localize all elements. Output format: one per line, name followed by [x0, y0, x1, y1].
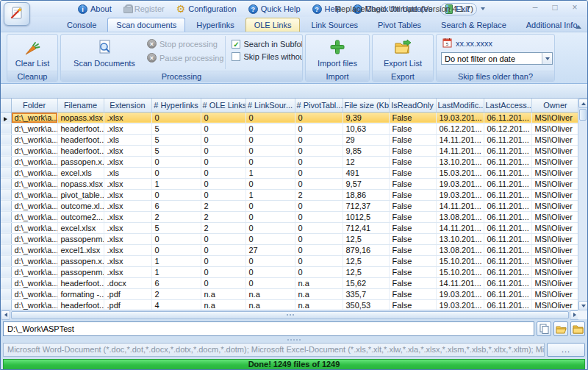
grid-cell[interactable]: 15.10.201... — [436, 266, 484, 277]
grid-cell[interactable]: .xlsx — [104, 200, 151, 211]
grid-cell[interactable]: 13.10.201... — [436, 156, 484, 167]
grid-cell[interactable]: 06.11.201... — [484, 288, 531, 299]
grid-cell[interactable]: 0 — [295, 145, 343, 156]
grid-cell[interactable]: 0 — [295, 266, 343, 277]
grid-cell[interactable]: MSI\Oliver — [531, 255, 579, 266]
close-icon[interactable]: × — [570, 2, 580, 13]
grid-cell[interactable]: MSI\Oliver — [531, 178, 579, 189]
grid-cell[interactable]: MSI\Oliver — [531, 134, 579, 145]
table-row[interactable]: d:\_work\a...nopass.xlsx.xlsx10009,57Fal… — [1, 178, 579, 189]
grid-cell[interactable]: 4 — [151, 299, 201, 310]
grid-cell[interactable]: 5 — [151, 123, 201, 134]
open-folder-button[interactable] — [553, 321, 568, 336]
grid-cell[interactable]: 0 — [245, 222, 295, 233]
grid-cell[interactable]: MSI\Oliver — [531, 266, 579, 277]
date-filter-display[interactable]: 5 xx.xx.xxxx — [441, 36, 494, 52]
grid-cell[interactable]: False — [389, 178, 436, 189]
column-header-owner[interactable]: Owner — [531, 99, 579, 112]
table-row[interactable]: d:\_work\a...passopen.x....xlsx100012,5F… — [1, 255, 579, 266]
grid-cell[interactable]: 18,86 — [343, 189, 389, 200]
grid-cell[interactable]: d:\_work\a... — [11, 288, 57, 299]
grid-cell[interactable]: 15.03.201... — [436, 167, 484, 178]
grid-cell[interactable]: 29 — [343, 134, 389, 145]
grid-cell[interactable]: .xlsx — [104, 233, 151, 244]
grid-cell[interactable]: .xlsx — [104, 255, 151, 266]
grid-cell[interactable]: d:\_work\a... — [11, 277, 57, 288]
grid-cell[interactable]: 1 — [151, 266, 201, 277]
column-header-lastmodific[interactable]: LastModific... — [436, 99, 484, 112]
grid-cell[interactable]: 06.11.201... — [484, 277, 531, 288]
grid-cell[interactable]: 06.11.201... — [484, 112, 531, 123]
grid-cell[interactable]: 5 — [151, 134, 201, 145]
grid-cell[interactable]: 14.11.201... — [436, 145, 484, 156]
table-row[interactable]: d:\_work\a...excel1.xlsx.xlsx00270879,16… — [1, 244, 579, 255]
grid-cell[interactable]: 0 — [245, 123, 295, 134]
grid-cell[interactable]: 10,63 — [343, 123, 389, 134]
grid-cell[interactable]: 0 — [201, 266, 245, 277]
grid-cell[interactable]: 06.11.201... — [484, 134, 531, 145]
grid-cell[interactable]: excel.xls — [57, 167, 104, 178]
grid-cell[interactable]: 0 — [245, 178, 295, 189]
grid-cell[interactable]: MSI\Oliver — [531, 222, 579, 233]
grid-cell[interactable]: passopenm... — [57, 266, 104, 277]
tab-ole-links[interactable]: OLE Links — [245, 18, 301, 32]
grid-cell[interactable]: .pdf — [104, 288, 151, 299]
stop-processing-button[interactable]: × Stop processing — [147, 39, 223, 49]
grid-cell[interactable]: 12 — [343, 156, 389, 167]
grid-cell[interactable]: MSI\Oliver — [531, 156, 579, 167]
grid-cell[interactable]: 0 — [201, 233, 245, 244]
grid-cell[interactable]: 06.11.201... — [484, 266, 531, 277]
splitter-grip[interactable] — [3, 338, 585, 341]
grid-cell[interactable]: n.a — [245, 288, 295, 299]
grid-cell[interactable]: passopenm... — [57, 233, 104, 244]
copy-path-button[interactable] — [537, 321, 551, 336]
column-header-linksour[interactable]: # LinkSour... — [245, 99, 295, 112]
menu-item-about[interactable]: iAbout — [73, 3, 117, 15]
grid-cell[interactable]: 0 — [201, 156, 245, 167]
grid-cell[interactable]: False — [389, 134, 436, 145]
tab-hyperlinks[interactable]: Hyperlinks — [187, 18, 243, 32]
grid-cell[interactable]: 14.11.201... — [436, 134, 484, 145]
menu-item-configuration[interactable]: ⚙Configuration — [171, 3, 242, 15]
grid-cell[interactable]: MSI\Oliver — [531, 145, 579, 156]
grid-cell[interactable]: excel.xlsx — [57, 222, 104, 233]
grid-cell[interactable]: 2 — [201, 200, 245, 211]
table-row[interactable]: d:\_work\a...headerfoot....docx600n.a15,… — [1, 277, 579, 288]
grid-cell[interactable]: 0 — [151, 156, 201, 167]
grid-cell[interactable]: MSI\Oliver — [531, 244, 579, 255]
grid-cell[interactable]: 0 — [295, 200, 343, 211]
grid-cell[interactable]: 0 — [201, 178, 245, 189]
grid-cell[interactable]: headerfoot... — [57, 145, 104, 156]
grid-cell[interactable]: False — [389, 244, 436, 255]
grid-cell[interactable]: d:\_work\a... — [11, 266, 57, 277]
column-header-file-size-kb[interactable]: File size (Kb) — [343, 99, 389, 112]
grid-cell[interactable]: 6 — [151, 277, 201, 288]
grid-cell[interactable]: 0 — [201, 145, 245, 156]
grid-cell[interactable]: 0 — [201, 189, 245, 200]
import-files-button[interactable]: Import files — [313, 36, 362, 69]
grid-cell[interactable]: d:\_work\a... — [11, 189, 57, 200]
combo-dropdown-button[interactable] — [542, 53, 552, 64]
grid-cell[interactable]: 0 — [245, 156, 295, 167]
grid-cell[interactable]: 19.03.201... — [436, 178, 484, 189]
grid-cell[interactable]: 335,7 — [343, 288, 389, 299]
grid-cell[interactable]: passopen.x... — [57, 156, 104, 167]
grid-cell[interactable]: n.a — [295, 277, 343, 288]
grid-cell[interactable]: 12,5 — [343, 233, 389, 244]
grid-cell[interactable]: nopass.xlsx — [57, 112, 104, 123]
grid-cell[interactable]: 15,62 — [343, 277, 389, 288]
grid-cell[interactable]: MSI\Oliver — [531, 112, 579, 123]
grid-cell[interactable]: 1012,5 — [343, 211, 389, 222]
grid-cell[interactable]: 0 — [201, 167, 245, 178]
table-row[interactable]: d:\_work\a...passopen.x....xlsx000012Fal… — [1, 156, 579, 167]
grid-cell[interactable]: False — [389, 222, 436, 233]
grid-cell[interactable]: False — [389, 211, 436, 222]
grid-cell[interactable]: 0 — [295, 178, 343, 189]
grid-cell[interactable]: 06.11.201... — [484, 233, 531, 244]
tab-scan-documents[interactable]: Scan documents — [107, 18, 185, 32]
grid-cell[interactable]: 1 — [151, 178, 201, 189]
maximize-icon[interactable]: □ — [550, 2, 560, 13]
vertical-scrollbar[interactable] — [578, 99, 587, 310]
grid-cell[interactable]: .xlsx — [104, 189, 151, 200]
table-row[interactable]: d:\_work\a...headerfoot....xlsx50009,85F… — [1, 145, 579, 156]
